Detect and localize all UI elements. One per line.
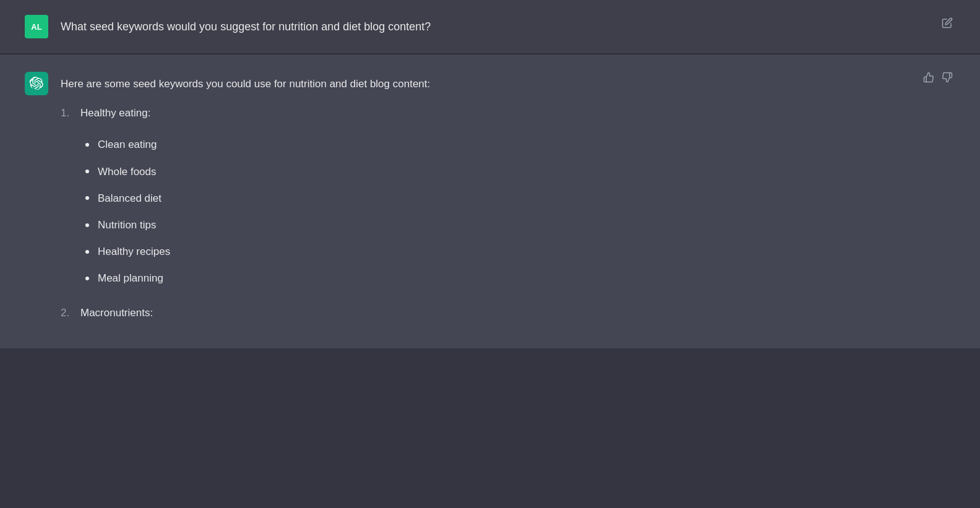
user-avatar: AL	[25, 15, 48, 38]
assistant-message-row: Here are some seed keywords you could us…	[0, 54, 980, 348]
user-avatar-initials: AL	[31, 22, 41, 32]
section-2-label: Macronutrients:	[80, 304, 153, 321]
list-item: Balanced diet	[85, 185, 914, 212]
bullet-text: Whole foods	[98, 163, 157, 180]
bullet-dot	[85, 143, 89, 147]
response-intro: Here are some seed keywords you could us…	[61, 75, 914, 92]
user-message-row: AL What seed keywords would you suggest …	[0, 0, 980, 53]
bullet-text: Nutrition tips	[98, 217, 156, 233]
bullet-dot	[85, 223, 89, 227]
section-1-label: Healthy eating:	[80, 105, 150, 121]
user-message-text: What seed keywords would you suggest for…	[61, 20, 431, 33]
list-item: Clean eating	[85, 131, 914, 158]
edit-button[interactable]	[942, 17, 953, 32]
list-item: Healthy recipes	[85, 238, 914, 265]
thumbs-down-button[interactable]	[942, 72, 953, 86]
section-1-number: 1.	[61, 105, 75, 121]
feedback-buttons	[923, 72, 953, 86]
bullet-text: Meal planning	[98, 270, 163, 286]
bullet-dot	[85, 277, 89, 280]
section-2-header: 2. Macronutrients:	[61, 304, 914, 321]
list-item: Nutrition tips	[85, 212, 914, 238]
bullet-text: Balanced diet	[98, 190, 161, 207]
section-2-number: 2.	[61, 304, 75, 321]
bullet-dot	[85, 196, 89, 200]
section-1-header: 1. Healthy eating:	[61, 105, 914, 121]
thumbs-up-button[interactable]	[923, 72, 934, 86]
bullet-dot	[85, 250, 89, 254]
assistant-avatar	[25, 72, 48, 95]
user-message-content: What seed keywords would you suggest for…	[61, 15, 914, 35]
bullet-text: Clean eating	[98, 136, 157, 153]
list-item: Meal planning	[85, 265, 914, 291]
list-item: Whole foods	[85, 158, 914, 185]
bullet-text: Healthy recipes	[98, 243, 170, 260]
section-1-bullets: Clean eating Whole foods Balanced diet N…	[85, 131, 914, 291]
assistant-message-content: Here are some seed keywords you could us…	[61, 72, 914, 331]
bullet-dot	[85, 170, 89, 173]
openai-icon	[30, 77, 43, 90]
